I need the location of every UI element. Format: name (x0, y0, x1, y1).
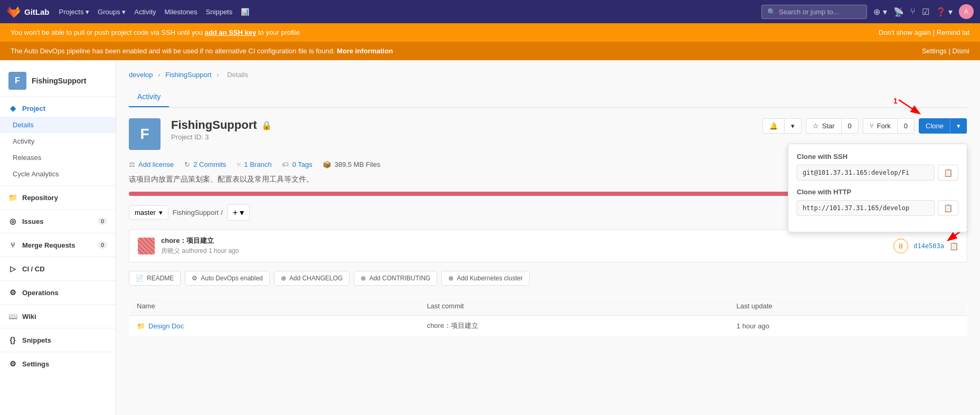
add-icon[interactable]: ⊕ ▾ (873, 7, 887, 17)
readme-button[interactable]: 📄 README (129, 271, 181, 286)
breadcrumb-sep-1: › (158, 71, 160, 79)
search-box[interactable]: 🔍 Search or jump to... (761, 5, 867, 19)
add-changelog-button[interactable]: ⊕ Add CHANGELOG (274, 271, 350, 286)
project-id: Project ID: 3 (171, 133, 752, 141)
col-name: Name (129, 297, 420, 316)
add-license-link[interactable]: Add license (138, 161, 174, 168)
project-name: FishingSupport (171, 118, 257, 132)
add-contributing-button[interactable]: ⊕ Add CONTRIBUTING (354, 271, 437, 286)
file-name-link[interactable]: 📁 Design Doc (137, 322, 412, 330)
devops-banner: The Auto DevOps pipeline has been enable… (0, 42, 980, 60)
sidebar-cycle-analytics-label: Cycle Analytics (13, 170, 59, 178)
breadcrumb: develop › FishingSupport › Details (129, 71, 967, 79)
notification-dropdown-button[interactable]: ▾ (784, 118, 802, 134)
sidebar-project-avatar: F (8, 72, 26, 90)
readme-icon: 📄 (136, 275, 144, 282)
breadcrumb-details: Details (227, 71, 248, 79)
project-title: FishingSupport 🔒 (171, 118, 752, 132)
user-avatar[interactable]: A (959, 4, 974, 19)
project-header: F FishingSupport 🔒 Project ID: 3 🔔 ▾ (129, 118, 967, 150)
notification-btn-group: 🔔 ▾ (762, 118, 802, 134)
dont-show-again-link[interactable]: Don't show again (879, 29, 931, 36)
help-icon[interactable]: ❓ ▾ (936, 7, 953, 17)
clone-ssh-input[interactable] (797, 165, 935, 181)
commit-author-link[interactable]: 房晓义 (161, 247, 180, 254)
star-count: 0 (848, 122, 852, 130)
path-breadcrumb: FishingSupport / (173, 209, 223, 216)
remind-later-link[interactable]: Remind lat (937, 29, 969, 36)
snippets-icon: {} (8, 336, 17, 344)
sidebar-item-operations[interactable]: ⚙ Operations (0, 284, 116, 301)
project-icon: ◆ (8, 104, 17, 112)
nav-activity[interactable]: Activity (134, 8, 156, 16)
star-count-button[interactable]: 0 (841, 118, 859, 134)
sidebar-settings-label: Settings (22, 360, 49, 368)
sidebar-item-settings[interactable]: ⚙ Settings (0, 355, 116, 372)
fork-count-button[interactable]: 0 (897, 118, 915, 134)
readme-label: README (147, 275, 174, 282)
auto-devops-button[interactable]: ⚙ Auto DevOps enabled (185, 271, 269, 286)
plus-icon: + (233, 208, 238, 218)
devops-more-info-link[interactable]: More information (337, 47, 393, 55)
breadcrumb-develop[interactable]: develop (129, 71, 153, 79)
branch-selector[interactable]: master ▾ (129, 205, 168, 220)
sidebar-releases-label: Releases (13, 154, 41, 162)
nav-snippets[interactable]: Snippets (206, 8, 233, 16)
files-table-header: Name Last commit Last update (129, 297, 967, 316)
clone-dropdown-button[interactable]: ▾ (950, 118, 967, 134)
todo-icon[interactable]: ☑ (922, 7, 929, 17)
clone-dropdown: Clone with SSH 📋 Clone with HTTP 📋 (788, 144, 967, 232)
sidebar-item-cicd[interactable]: ▷ CI / CD (0, 260, 116, 277)
sidebar-item-snippets[interactable]: {} Snippets (0, 332, 116, 348)
branch-link[interactable]: 1 Branch (244, 161, 271, 168)
pause-icon: ⏸ (897, 242, 904, 250)
sidebar-divider-3 (0, 233, 116, 233)
sidebar-item-merge-requests[interactable]: ⑂ Merge Requests 0 (0, 237, 116, 253)
banner-area: You won't be able to pull or push projec… (0, 23, 980, 60)
merge-request-icon[interactable]: ⑂ (910, 7, 916, 16)
commit-copy-icon[interactable]: 📋 (949, 242, 958, 250)
nav-groups[interactable]: Groups ▾ (98, 8, 126, 16)
sidebar-divider-2 (0, 209, 116, 210)
nav-milestones[interactable]: Milestones (165, 8, 197, 16)
nav-chart[interactable]: 📊 (241, 8, 249, 16)
clone-btn-group: Clone ▾ (919, 118, 967, 134)
ssh-key-link[interactable]: add an SSH key (205, 29, 257, 36)
sidebar-activity-label: Activity (13, 137, 34, 145)
add-contributing-icon: ⊕ (361, 275, 366, 282)
tab-activity[interactable]: Activity (129, 87, 169, 107)
clone-label: Clone (926, 122, 944, 130)
sidebar-item-wiki[interactable]: 📖 Wiki (0, 308, 116, 325)
clone-ssh-copy-button[interactable]: 📋 (938, 165, 958, 181)
file-name-text: Design Doc (148, 322, 184, 330)
fork-button[interactable]: ⑂ Fork (863, 118, 897, 134)
sidebar-item-project[interactable]: ◆ Project (0, 100, 116, 117)
breadcrumb-fishingsupport[interactable]: FishingSupport (165, 71, 211, 79)
commit-pipeline-icon[interactable]: ⏸ (893, 239, 908, 253)
notification-bell-button[interactable]: 🔔 (762, 118, 784, 134)
brand-logo[interactable]: GitLab (6, 4, 50, 19)
sidebar-item-cycle-analytics[interactable]: Cycle Analytics (0, 166, 116, 182)
star-button[interactable]: ☆ Star (806, 118, 841, 134)
search-icon: 🔍 (767, 8, 776, 16)
commits-link[interactable]: 2 Commits (193, 161, 226, 168)
sidebar-item-repository[interactable]: 📁 Repository (0, 189, 116, 206)
devops-settings-link[interactable]: Settings (922, 47, 947, 55)
clone-http-copy-button[interactable]: 📋 (938, 200, 958, 216)
add-kubernetes-icon: ⊕ (448, 275, 454, 282)
sidebar-item-releases[interactable]: Releases (0, 149, 116, 166)
nav-projects[interactable]: Projects ▾ (59, 8, 90, 16)
devops-dismiss-link[interactable]: Dismi (953, 47, 970, 55)
sidebar-item-details[interactable]: Details (0, 117, 116, 133)
sidebar-merge-requests-label: Merge Requests (22, 241, 75, 249)
sidebar-item-issues[interactable]: ◎ Issues 0 (0, 213, 116, 230)
sidebar-item-activity[interactable]: Activity (0, 133, 116, 149)
tags-link[interactable]: 0 Tags (292, 161, 312, 168)
clone-http-input[interactable] (797, 200, 935, 216)
commit-row: chore：项目建立 房晓义 authored 1 hour ago ⏸ d14… (129, 229, 967, 262)
broadcast-icon[interactable]: 📡 (893, 7, 904, 17)
add-file-button[interactable]: + ▾ (227, 204, 250, 221)
add-kubernetes-button[interactable]: ⊕ Add Kubernetes cluster (441, 271, 530, 286)
clone-button[interactable]: Clone (919, 118, 950, 134)
commit-hash[interactable]: d14e503a (913, 242, 944, 250)
